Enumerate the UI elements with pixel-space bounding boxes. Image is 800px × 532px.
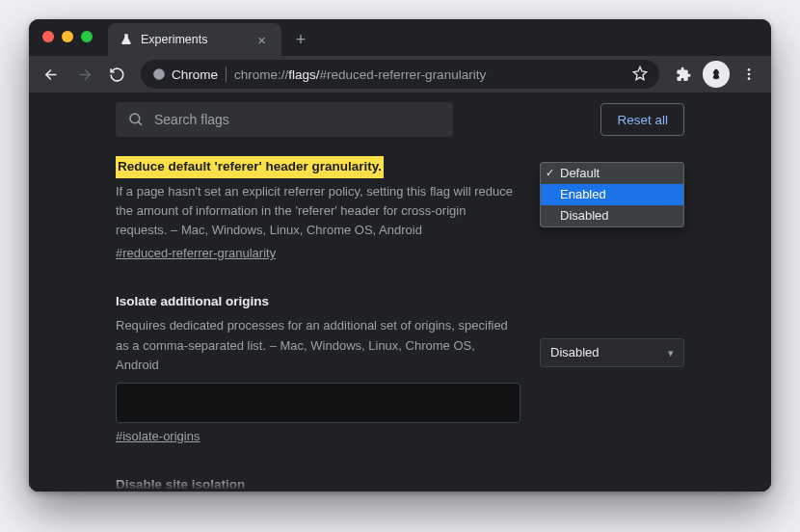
fade-overlay bbox=[29, 474, 771, 492]
page-content: Search flags Reset all Reduce default 'r… bbox=[29, 93, 771, 492]
extensions-button[interactable] bbox=[669, 60, 698, 89]
star-icon bbox=[632, 66, 648, 81]
svg-point-2 bbox=[748, 73, 751, 76]
search-placeholder: Search flags bbox=[154, 112, 229, 127]
site-identity-label: Chrome bbox=[172, 67, 218, 82]
arrow-left-icon bbox=[43, 66, 60, 83]
menu-button[interactable] bbox=[734, 60, 763, 89]
check-icon: ✓ bbox=[546, 165, 554, 181]
dropdown-option-enabled[interactable]: Enabled bbox=[541, 184, 683, 205]
reset-all-button[interactable]: Reset all bbox=[600, 103, 684, 136]
flag-title: Isolate additional origins bbox=[116, 292, 269, 312]
bookmark-button[interactable] bbox=[632, 66, 648, 84]
dropdown-option-disabled[interactable]: Disabled bbox=[541, 205, 683, 226]
reload-icon bbox=[109, 66, 125, 83]
search-input[interactable]: Search flags bbox=[116, 102, 453, 137]
arrow-right-icon bbox=[76, 66, 93, 83]
flag-title: Reduce default 'referer' header granular… bbox=[116, 156, 384, 178]
flag-anchor-link[interactable]: #reduced-referrer-granularity bbox=[116, 244, 276, 263]
dropdown-value: Disabled bbox=[550, 343, 600, 362]
back-button[interactable] bbox=[37, 60, 66, 89]
divider bbox=[226, 66, 227, 82]
flag-row: Reduce default 'referer' header granular… bbox=[116, 156, 684, 263]
browser-window: Experiments × + Chrome chrome://flags/#r… bbox=[29, 19, 771, 492]
flag-description: Requires dedicated processes for an addi… bbox=[116, 316, 520, 374]
svg-point-0 bbox=[153, 68, 165, 80]
tab-title: Experiments bbox=[141, 33, 207, 46]
window-controls bbox=[42, 31, 93, 42]
avatar-icon bbox=[703, 61, 730, 88]
flask-icon bbox=[120, 33, 133, 46]
close-window-button[interactable] bbox=[42, 31, 54, 42]
site-identity[interactable]: Chrome bbox=[152, 67, 218, 82]
origins-input[interactable] bbox=[116, 383, 520, 423]
kebab-icon bbox=[741, 66, 757, 82]
reload-button[interactable] bbox=[102, 60, 131, 89]
svg-point-1 bbox=[748, 68, 751, 71]
chrome-icon bbox=[152, 67, 166, 81]
address-bar[interactable]: Chrome chrome://flags/#reduced-referrer-… bbox=[141, 60, 659, 89]
new-tab-button[interactable]: + bbox=[287, 26, 314, 53]
flag-row: Isolate additional origins Requires dedi… bbox=[116, 292, 684, 445]
tab-strip: Experiments × + bbox=[29, 19, 771, 56]
url-text: chrome://flags/#reduced-referrer-granula… bbox=[234, 67, 486, 82]
flag-dropdown[interactable]: Disabled ▾ bbox=[540, 338, 684, 367]
flag-anchor-link[interactable]: #isolate-origins bbox=[116, 427, 200, 446]
svg-point-4 bbox=[130, 114, 140, 123]
forward-button[interactable] bbox=[69, 60, 98, 89]
minimize-window-button[interactable] bbox=[62, 31, 73, 42]
tab-experiments[interactable]: Experiments × bbox=[108, 23, 281, 56]
maximize-window-button[interactable] bbox=[81, 31, 93, 42]
flag-dropdown-open[interactable]: ✓ Default Enabled Disabled bbox=[540, 162, 684, 227]
toolbar: Chrome chrome://flags/#reduced-referrer-… bbox=[29, 56, 771, 93]
chevron-down-icon: ▾ bbox=[668, 345, 674, 361]
flag-description: If a page hasn't set an explicit referre… bbox=[116, 182, 520, 240]
close-tab-icon[interactable]: × bbox=[253, 32, 270, 48]
puzzle-icon bbox=[676, 66, 692, 83]
search-icon bbox=[127, 111, 145, 128]
svg-point-3 bbox=[748, 77, 751, 80]
dropdown-option-default[interactable]: ✓ Default bbox=[541, 163, 683, 184]
profile-button[interactable] bbox=[702, 60, 731, 89]
